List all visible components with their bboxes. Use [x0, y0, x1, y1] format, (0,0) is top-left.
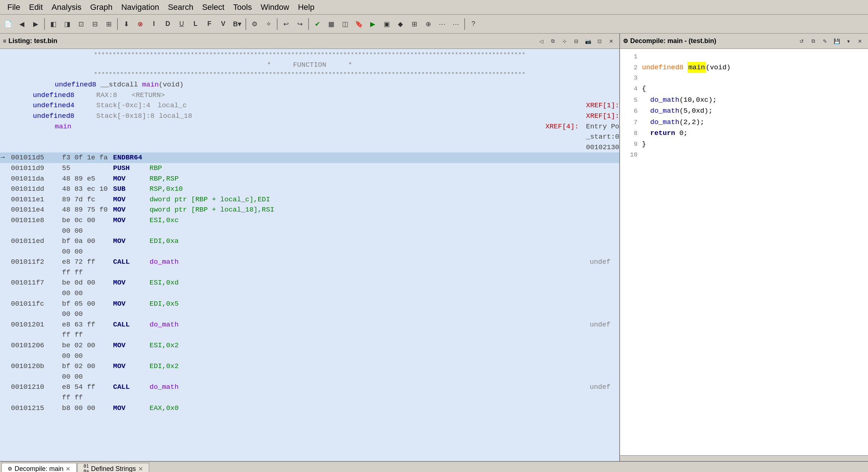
listing-mov-dword[interactable]: 001011e1 89 7d fc MOV dword ptr [RBP + l…	[0, 194, 619, 205]
tab-defined-strings[interactable]: 010a Defined Strings ✕	[77, 463, 149, 472]
listing-call-domath-2[interactable]: 00101201 e8 63 ff CALL do_math undef	[0, 320, 619, 330]
listing-nav-btn[interactable]: ◁	[536, 36, 546, 46]
tb-V[interactable]: V	[217, 18, 230, 31]
listing-close-btn[interactable]: ✕	[606, 36, 616, 46]
decompile-code-5: do_math(10,0xc);	[642, 94, 717, 105]
menu-tools[interactable]: Tools	[229, 1, 256, 13]
decompile-linenum-5: 5	[624, 95, 638, 105]
tb-btn-1[interactable]: ◧	[47, 18, 60, 31]
listing-call-domath-1[interactable]: 001011f2 e8 72 ff CALL do_math undef	[0, 257, 619, 267]
tb-mem[interactable]: ◫	[338, 18, 352, 31]
listing-mov-eax-0[interactable]: 00101215 b8 00 00 MOV EAX,0x0	[0, 403, 619, 414]
tb-more[interactable]: ⋯	[435, 18, 449, 31]
listing-sub-rsp[interactable]: 001011dd 48 83 ec 10 SUB RSP,0x10	[0, 184, 619, 194]
menu-analysis[interactable]: Analysis	[47, 1, 86, 13]
tb-L[interactable]: L	[189, 18, 202, 31]
tab-strings-close[interactable]: ✕	[138, 465, 143, 472]
tb-run[interactable]: ▶	[366, 18, 379, 31]
back-button[interactable]: ◀	[15, 18, 28, 31]
listing-mov-qword[interactable]: 001011e4 48 89 75 f0 MOV qword ptr [RBP …	[0, 205, 619, 215]
tb-run2[interactable]: ▣	[380, 18, 393, 31]
menu-edit[interactable]: Edit	[24, 1, 47, 13]
tb-ref[interactable]: ⊕	[422, 18, 435, 31]
tab-strings-icon: 010a	[84, 464, 89, 472]
decompile-copy-btn[interactable]: ⧉	[808, 36, 818, 46]
listing-push-rbp[interactable]: 001011d9 55 PUSH RBP	[0, 163, 619, 174]
menu-navigation[interactable]: Navigation	[117, 1, 163, 13]
menubar: File Edit Analysis Graph Navigation Sear…	[0, 0, 868, 15]
decompile-content[interactable]: 1 2 undefined8 main (void) 3 4 { 5	[620, 49, 868, 455]
listing-bytes-cont-8: 00 00	[0, 372, 619, 382]
tb-patch[interactable]: ⚙	[248, 18, 261, 31]
toolbar-sep-6	[464, 18, 465, 30]
tb-F[interactable]: F	[203, 18, 216, 31]
menu-search[interactable]: Search	[163, 1, 198, 13]
decompile-refresh-btn[interactable]: ↺	[797, 36, 807, 46]
tb-grid[interactable]: ▦	[325, 18, 338, 31]
menu-select[interactable]: Select	[198, 1, 229, 13]
listing-endbr64[interactable]: → 001011d5 f3 0f 1e fa ENDBR64	[0, 152, 619, 163]
listing-var-rax: undefined8 RAX:8 <RETURN>	[0, 90, 619, 101]
tb-redo[interactable]: ↪	[293, 18, 306, 31]
tb-btn-3[interactable]: ⊡	[74, 18, 88, 31]
listing-cam-btn[interactable]: 📷	[583, 36, 593, 46]
listing-content[interactable]: ****************************************…	[0, 49, 619, 461]
tab-decompile-main[interactable]: ⚙ Decompile: main ✕	[1, 463, 77, 472]
tb-btn-2[interactable]: ◨	[61, 18, 74, 31]
listing-cursor-btn[interactable]: ⊹	[559, 36, 570, 46]
decompile-close-btn[interactable]: ✕	[855, 36, 865, 46]
listing-panel-header: ≡ Listing: test.bin ◁ ⧉ ⊹ ⊟ 📷 ⊡ ✕	[0, 34, 619, 49]
tb-btn-4[interactable]: ⊟	[88, 18, 101, 31]
tb-undo[interactable]: ↩	[279, 18, 292, 31]
listing-mov-edi-0xa[interactable]: 001011ed bf 0a 00 MOV EDI,0xa	[0, 236, 619, 247]
menu-file[interactable]: File	[3, 1, 24, 13]
decompile-more-btn[interactable]: ▾	[843, 36, 853, 46]
tb-btn-5[interactable]: ⊞	[102, 18, 115, 31]
decompile-line-7: 7 do_math(2,2);	[624, 117, 864, 128]
tb-check[interactable]: ✔	[311, 18, 324, 31]
menu-window[interactable]: Window	[256, 1, 294, 13]
tab-decompile-close[interactable]: ✕	[66, 465, 70, 472]
tb-more2[interactable]: ⋯	[449, 18, 462, 31]
listing-view-btn[interactable]: ⊡	[594, 36, 605, 46]
tb-I[interactable]: I	[147, 18, 160, 31]
tb-D[interactable]: D	[161, 18, 174, 31]
listing-title-text: Listing: test.bin	[8, 37, 57, 45]
tb-diamond[interactable]: ◆	[394, 18, 407, 31]
tb-patch2[interactable]: ✧	[262, 18, 275, 31]
decompile-linenum-9: 9	[624, 139, 638, 149]
decompile-code-7: do_math(2,2);	[642, 117, 704, 128]
listing-mov-edi-0x5[interactable]: 001011fc bf 05 00 MOV EDI,0x5	[0, 299, 619, 309]
listing-mov-esi-0x2[interactable]: 00101206 be 02 00 MOV ESI,0x2	[0, 340, 619, 351]
decompile-edit-btn[interactable]: ✎	[820, 36, 830, 46]
decompile-line-1: 1	[624, 52, 864, 62]
tb-table[interactable]: ⊞	[408, 18, 421, 31]
listing-bytes-cont-3: ff ff	[0, 267, 619, 278]
decompile-linenum-8: 8	[624, 128, 638, 138]
listing-clone-btn[interactable]: ⧉	[548, 36, 558, 46]
listing-mov-esi-0xc[interactable]: 001011e8 be 0c 00 MOV ESI,0xc	[0, 215, 619, 226]
forward-button[interactable]: ▶	[29, 18, 42, 31]
listing-snap-btn[interactable]: ⊟	[571, 36, 581, 46]
listing-mov-edi-0x2[interactable]: 0010120b bf 02 00 MOV EDI,0x2	[0, 361, 619, 372]
menu-graph[interactable]: Graph	[86, 1, 117, 13]
tb-down[interactable]: ⬇	[120, 18, 133, 31]
listing-bytes-cont-4: 00 00	[0, 288, 619, 299]
decompile-title-text: Decompile: main - (test.bin)	[630, 37, 716, 45]
new-button[interactable]: 📄	[1, 18, 15, 31]
menu-help[interactable]: Help	[294, 1, 319, 13]
tb-bookmark[interactable]: 🔖	[352, 18, 365, 31]
toolbar-sep-2	[117, 18, 118, 30]
listing-mov-rbp-rsp[interactable]: 001011da 48 89 e5 MOV RBP,RSP	[0, 174, 619, 184]
tb-help[interactable]: ?	[467, 18, 480, 31]
listing-call-domath-3[interactable]: 00101210 e8 54 ff CALL do_math undef	[0, 382, 619, 392]
listing-mov-esi-0xd[interactable]: 001011f7 be 0d 00 MOV ESI,0xd	[0, 278, 619, 288]
decompile-line-6: 6 do_math(5,0xd);	[624, 105, 864, 116]
decompile-type: undefined8	[642, 62, 683, 73]
decompile-save-btn[interactable]: 💾	[832, 36, 842, 46]
tb-stop[interactable]: ⊗	[133, 18, 147, 31]
tb-B[interactable]: B▾	[230, 18, 244, 31]
toolbar-sep-5	[308, 18, 309, 30]
tb-U[interactable]: U	[175, 18, 188, 31]
decompile-scrollbar[interactable]	[620, 455, 868, 461]
